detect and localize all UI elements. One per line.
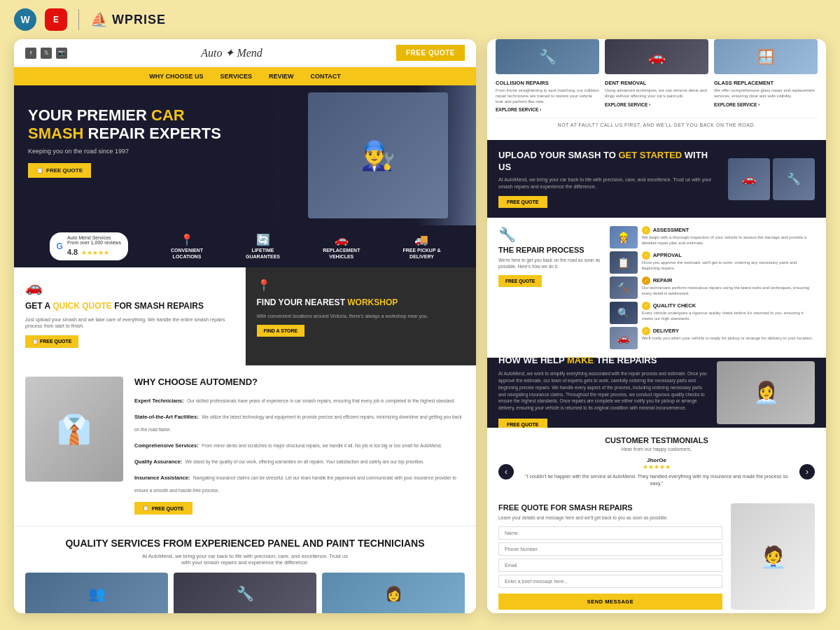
wordpress-icon: W — [14, 8, 36, 31]
twitter-icon[interactable]: 𝕏 — [41, 48, 52, 59]
step-check-repair: ✓ — [642, 276, 650, 285]
feature-vehicles: 🚗 REPLACEMENTVEHICLES — [323, 233, 360, 260]
hero-cta-button[interactable]: 📋 FREE QUOTE — [28, 163, 91, 178]
review-badge-name: Auto Mend Services — [67, 235, 121, 240]
slider-prev-btn[interactable]: ‹ — [498, 464, 514, 479]
hero-subtitle: Keeping you on the road since 1997 — [28, 148, 462, 155]
step-repair: 🔨 ✓ REPAIR Our technicians perform metic… — [610, 276, 815, 299]
feature-delivery: 🚚 FREE PICKUP &DELIVERY — [403, 233, 441, 260]
step-approval: 📋 ✓ APPROVAL Once you approve the estima… — [610, 251, 815, 274]
upload-images: 🚗 🔧 — [728, 158, 815, 200]
locations-icon: 📍 — [171, 233, 203, 246]
hero-heading-rest: REPAIR EXPERTS — [83, 125, 220, 142]
why-point-3: Comprehensive Services: From minor dents… — [134, 438, 465, 450]
right-panel: 🔧 🚗 🪟 COLLISION REPAIRS From frame strai… — [487, 39, 826, 613]
step-content-quality: ✓ QUALITY CHECK Every vehicle undergoes … — [642, 302, 815, 322]
form-phone-input[interactable] — [498, 542, 722, 556]
step-content-assessment: ✓ ASSESSMENT We begin with a thorough in… — [642, 226, 815, 246]
nav-contact[interactable]: CONTACT — [310, 73, 340, 80]
elementor-icon: E — [45, 8, 67, 31]
quote-icon: 📋 — [36, 167, 43, 174]
services-images: 🔧 🚗 🪟 — [496, 39, 818, 74]
quality-section: QUALITY SERVICES FROM EXPERIENCED PANEL … — [14, 526, 476, 613]
repair-process-cta-btn[interactable]: FREE QUOTE — [498, 275, 542, 287]
step-check-assessment: ✓ — [642, 226, 650, 234]
find-store-button[interactable]: FIND A STORE — [257, 325, 305, 337]
step-name-assessment: ASSESSMENT — [653, 227, 690, 233]
upload-desc: At AutoMend, we bring your car back to l… — [498, 176, 720, 190]
form-desc: Leave your details and message here and … — [498, 514, 722, 521]
form-content: FREE QUOTE FOR SMASH REPAIRS Leave your … — [498, 503, 722, 610]
nav-why-choose[interactable]: WHY CHOOSE US — [149, 73, 203, 80]
quick-quote-btn[interactable]: 📋 FREE QUOTE — [25, 335, 78, 348]
upload-content: UPLOAD YOUR SMASH TO GET STARTED WITH US… — [498, 150, 720, 207]
header-free-quote-button[interactable]: FREE QUOTE — [396, 45, 465, 61]
repair-steps: 👷 ✓ ASSESSMENT We begin with a thorough … — [610, 226, 815, 349]
site-header: f 𝕏 📷 Auto ✦ Mend FREE QUOTE — [14, 39, 476, 67]
slider-next-btn[interactable]: › — [799, 464, 815, 479]
testimonial-slider: ‹ JhorOe ★★★★★ "I couldn't be happier wi… — [498, 457, 815, 487]
form-submit-button[interactable]: SEND MESSAGE — [498, 594, 722, 610]
dent-desc: Using advanced techniques, we can remove… — [605, 88, 708, 99]
step-img-delivery: 🚗 — [610, 327, 638, 349]
step-check-delivery: ✓ — [642, 327, 650, 335]
collision-explore[interactable]: EXPLORE SERVICE › — [496, 107, 599, 112]
how-help-image: 👩‍💼 — [717, 361, 815, 424]
locations-label: CONVENIENTLOCATIONS — [171, 248, 203, 260]
car-icon: 🚗 — [25, 279, 234, 295]
upload-heading: UPLOAD YOUR SMASH TO GET STARTED WITH US — [498, 150, 720, 174]
testimonial-text: "I couldn't be happier with the service … — [519, 473, 794, 487]
quality-desc: At AutoMend, we bring your car back to l… — [140, 553, 350, 566]
delivery-label: FREE PICKUP &DELIVERY — [403, 248, 441, 260]
wprise-logo: ⛵ WPRISE — [90, 11, 166, 28]
repair-process-desc: We're here to get you back on the road a… — [498, 257, 601, 270]
step-delivery: 🚗 ✓ DELIVERY We'll notify you when your … — [610, 327, 815, 349]
step-name-quality: QUALITY CHECK — [653, 302, 696, 309]
testimonial-stars: ★★★★★ — [519, 463, 794, 470]
facebook-icon[interactable]: f — [25, 48, 36, 59]
upload-img-1: 🚗 — [728, 158, 770, 200]
fault-text: NOT AT FAULT? CALL US FIRST, AND WE'LL G… — [496, 118, 818, 132]
dent-explore[interactable]: EXPLORE SERVICE › — [605, 102, 708, 107]
step-desc-repair: Our technicians perform meticulous repai… — [642, 286, 815, 297]
step-desc-delivery: We'll notify you when your vehicle is re… — [642, 336, 815, 342]
form-heading: FREE QUOTE FOR SMASH REPAIRS — [498, 503, 722, 512]
step-check-approval: ✓ — [642, 251, 650, 260]
nav-services[interactable]: SERVICES — [220, 73, 252, 80]
step-desc-approval: Once you approve the estimate, we'll get… — [642, 260, 815, 272]
hero-section: YOUR PREMIER CAR SMASH REPAIR EXPERTS Ke… — [14, 85, 476, 225]
quick-quote-desc: Just upload your smash and we take care … — [25, 316, 234, 330]
form-email-input[interactable] — [498, 559, 722, 572]
upload-cta-btn[interactable]: FREE QUOTE — [498, 196, 547, 208]
find-workshop-heading: FIND YOUR NEAREST WORKSHOP — [257, 298, 465, 309]
service-img-glass: 🪟 — [714, 39, 818, 74]
step-content-delivery: ✓ DELIVERY We'll notify you when your ve… — [642, 327, 815, 342]
service-card-collision: COLLISION REPAIRS From frame straighteni… — [496, 80, 599, 112]
service-card-dent: DENT REMOVAL Using advanced techniques, … — [605, 80, 708, 112]
form-name-input[interactable] — [498, 526, 722, 540]
quote-form-section: FREE QUOTE FOR SMASH REPAIRS Leave your … — [487, 495, 826, 613]
repair-tools-icon: 🔧 — [498, 226, 601, 243]
glass-explore[interactable]: EXPLORE SERVICE › — [714, 102, 818, 107]
testimonial-author: JhorOe — [519, 457, 794, 463]
review-bar: G Auto Mend Services From over 1,000 rev… — [14, 225, 476, 267]
vehicles-icon: 🚗 — [323, 233, 360, 246]
repair-process-section: 🔧 THE REPAIR PROCESS We're here to get y… — [487, 218, 826, 358]
form-message-input[interactable] — [498, 575, 722, 588]
how-help-content: HOW WE HELP MAKE THE REPAIRS At AutoMend… — [498, 355, 708, 430]
vehicles-label: REPLACEMENTVEHICLES — [323, 248, 360, 260]
step-desc-quality: Every vehicle undergoes a rigorous quali… — [642, 311, 815, 322]
review-badge-subtext: From over 1,000 reviews — [67, 240, 121, 245]
social-icons: f 𝕏 📷 — [25, 48, 67, 59]
why-choose-cta-btn[interactable]: 📋 FREE QUOTE — [134, 502, 192, 514]
google-g: G — [57, 241, 63, 251]
testimonials-heading: CUSTOMER TESTIMONIALS — [498, 436, 815, 444]
instagram-icon[interactable]: 📷 — [56, 48, 67, 59]
guarantees-label: LIFETIMEGUARANTEES — [246, 248, 280, 260]
why-point-5: Insurance Assistance: Navigating insuran… — [134, 470, 465, 495]
quality-heading: QUALITY SERVICES FROM EXPERIENCED PANEL … — [25, 538, 465, 549]
why-choose-image: 👔 — [25, 377, 123, 482]
site-nav: WHY CHOOSE US SERVICES REVIEW CONTACT — [14, 67, 476, 85]
nav-review[interactable]: REVIEW — [269, 73, 294, 80]
how-help-section: HOW WE HELP MAKE THE REPAIRS At AutoMend… — [487, 358, 826, 428]
